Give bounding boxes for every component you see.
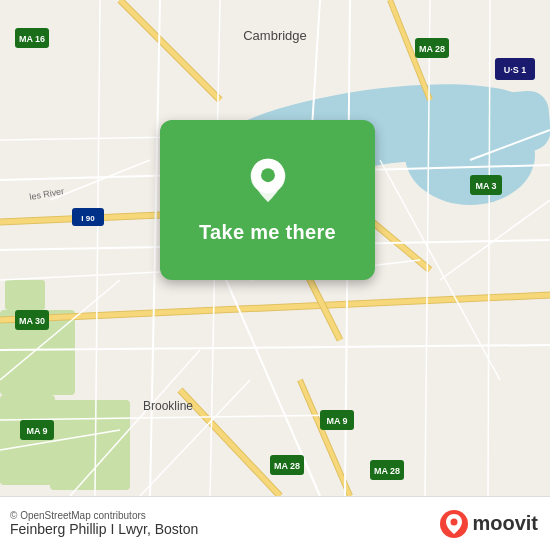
location-pin-icon: [242, 157, 294, 209]
moovit-icon: [440, 510, 468, 538]
svg-text:I 90: I 90: [81, 214, 95, 223]
svg-text:U·S 1: U·S 1: [504, 65, 527, 75]
svg-text:MA 3: MA 3: [475, 181, 496, 191]
moovit-logo: moovit: [440, 510, 538, 538]
moovit-brand-text: moovit: [472, 512, 538, 535]
svg-text:MA 28: MA 28: [374, 466, 400, 476]
svg-text:MA 28: MA 28: [274, 461, 300, 471]
svg-text:MA 28: MA 28: [419, 44, 445, 54]
svg-text:Cambridge: Cambridge: [243, 28, 307, 43]
bottom-bar: © OpenStreetMap contributors Feinberg Ph…: [0, 496, 550, 550]
svg-text:MA 16: MA 16: [19, 34, 45, 44]
svg-text:Brookline: Brookline: [143, 399, 193, 413]
bottom-left-info: © OpenStreetMap contributors Feinberg Ph…: [10, 510, 198, 537]
svg-rect-6: [5, 280, 45, 310]
svg-text:MA 9: MA 9: [26, 426, 47, 436]
location-title: Feinberg Phillip I Lwyr, Boston: [10, 521, 198, 537]
map-attribution: © OpenStreetMap contributors: [10, 510, 198, 521]
moovit-pin-icon: [445, 513, 463, 535]
map-container: U·S 1 MA 16 MA 28 MA 3 MA 30 I 90 MA 9 M…: [0, 0, 550, 550]
navigation-card: Take me there: [160, 120, 375, 280]
svg-text:MA 30: MA 30: [19, 316, 45, 326]
svg-point-72: [451, 518, 458, 525]
svg-text:MA 9: MA 9: [326, 416, 347, 426]
svg-rect-7: [50, 400, 130, 490]
svg-point-71: [261, 168, 275, 182]
take-me-there-button[interactable]: Take me there: [199, 221, 336, 244]
